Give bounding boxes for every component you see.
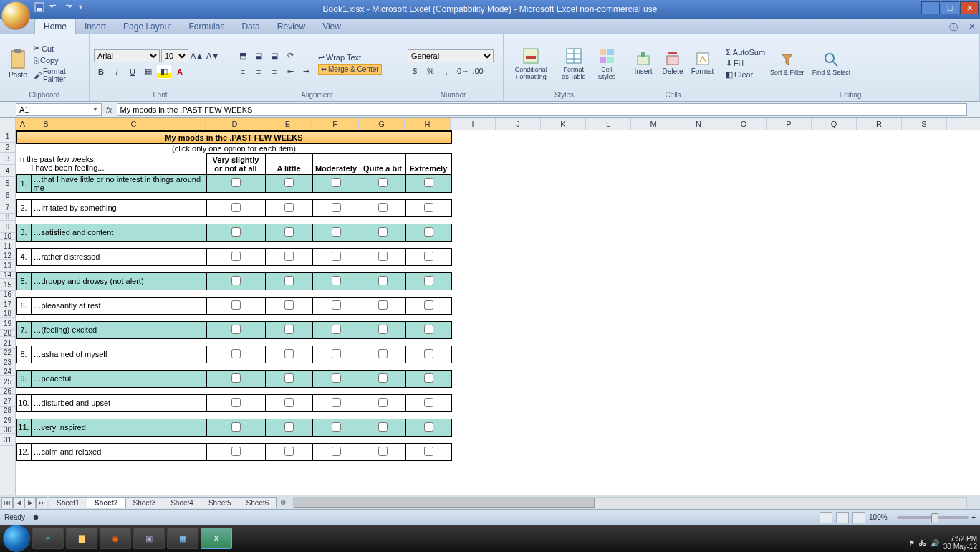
row-header-25[interactable]: 25: [0, 376, 15, 388]
response-checkbox-10-2[interactable]: [332, 398, 341, 407]
row-header-30[interactable]: 30: [0, 427, 15, 434]
tab-nav-prev[interactable]: ◀: [13, 497, 24, 508]
copy-button[interactable]: ⎘Copy: [34, 56, 85, 65]
format-cells-button[interactable]: Format: [688, 50, 716, 77]
row-header-11[interactable]: 11: [0, 240, 15, 252]
response-checkbox-3-4[interactable]: [424, 227, 433, 237]
underline-button[interactable]: U: [125, 65, 140, 79]
response-checkbox-6-3[interactable]: [378, 300, 388, 310]
start-button[interactable]: [3, 525, 30, 552]
qat-dropdown-icon[interactable]: ▼: [77, 4, 84, 11]
col-header-C[interactable]: C: [62, 118, 206, 130]
row-header-1[interactable]: 1: [0, 130, 15, 143]
cut-button[interactable]: ✂Cut: [34, 44, 85, 53]
tab-nav-first[interactable]: ⏮: [1, 497, 13, 508]
horizontal-scrollbar[interactable]: [293, 497, 967, 508]
response-checkbox-11-3[interactable]: [378, 422, 388, 432]
response-checkbox-9-1[interactable]: [284, 373, 294, 383]
row-header-3[interactable]: 3: [0, 153, 15, 165]
response-checkbox-2-1[interactable]: [284, 203, 294, 212]
response-checkbox-10-4[interactable]: [424, 398, 433, 407]
decrease-decimal-button[interactable]: .00: [471, 64, 485, 78]
row-header-10[interactable]: 10: [0, 233, 15, 240]
response-checkbox-2-3[interactable]: [378, 203, 388, 212]
response-checkbox-8-3[interactable]: [378, 349, 388, 358]
name-box-dropdown-icon[interactable]: ▼: [92, 106, 98, 113]
border-button[interactable]: ▦: [141, 65, 155, 79]
row-header-26[interactable]: 26: [0, 388, 15, 395]
zoom-slider[interactable]: [897, 516, 969, 519]
paste-button[interactable]: Paste: [4, 47, 32, 80]
taskbar-explorer[interactable]: ▇: [66, 528, 97, 549]
col-header-H[interactable]: H: [405, 118, 451, 130]
minimize-button[interactable]: –: [921, 1, 940, 14]
doc-close-icon[interactable]: ✕: [969, 22, 976, 34]
row-header-21[interactable]: 21: [0, 337, 15, 349]
response-checkbox-5-2[interactable]: [332, 276, 341, 285]
response-checkbox-7-1[interactable]: [284, 325, 294, 334]
response-checkbox-3-3[interactable]: [378, 227, 388, 237]
col-header-L[interactable]: L: [586, 118, 631, 130]
response-checkbox-8-1[interactable]: [284, 349, 294, 358]
taskbar-ie[interactable]: e: [32, 528, 64, 549]
row-header-9[interactable]: 9: [0, 221, 15, 233]
response-checkbox-12-3[interactable]: [378, 447, 388, 456]
response-checkbox-6-4[interactable]: [424, 300, 433, 310]
col-header-F[interactable]: F: [312, 118, 359, 130]
fx-icon[interactable]: fx: [106, 105, 112, 114]
col-header-N[interactable]: N: [676, 118, 721, 130]
response-checkbox-9-0[interactable]: [231, 373, 241, 383]
row-header-23[interactable]: 23: [0, 356, 15, 368]
col-header-B[interactable]: B: [30, 118, 62, 130]
formula-bar[interactable]: My moods in the .PAST FEW WEEKS: [117, 103, 967, 116]
comma-button[interactable]: ,: [439, 64, 453, 78]
row-header-19[interactable]: 19: [0, 318, 15, 330]
col-header-P[interactable]: P: [767, 118, 812, 130]
ribbon-minimize-icon[interactable]: –: [961, 22, 966, 34]
row-header-12[interactable]: 12: [0, 252, 15, 260]
align-top-button[interactable]: ⬒: [236, 49, 250, 63]
col-header-D[interactable]: D: [206, 118, 264, 130]
zoom-out-button[interactable]: –: [890, 513, 895, 521]
insert-cells-button[interactable]: Insert: [630, 50, 657, 77]
response-checkbox-10-1[interactable]: [284, 398, 294, 407]
col-header-E[interactable]: E: [264, 118, 312, 130]
align-center-button[interactable]: ≡: [251, 65, 266, 79]
tray-network-icon[interactable]: 🖧: [919, 539, 926, 547]
response-checkbox-1-0[interactable]: [231, 178, 241, 187]
row-header-7[interactable]: 7: [0, 201, 15, 214]
response-checkbox-10-0[interactable]: [231, 398, 241, 407]
hscroll-thumb[interactable]: [294, 498, 595, 508]
row-header-8[interactable]: 8: [0, 214, 15, 221]
row-header-5[interactable]: 5: [0, 177, 15, 189]
shrink-font-button[interactable]: A▼: [206, 49, 220, 63]
close-button[interactable]: ✕: [960, 1, 979, 14]
col-header-J[interactable]: J: [496, 118, 541, 130]
sheet-tab-sheet4[interactable]: Sheet4: [163, 497, 201, 508]
col-header-O[interactable]: O: [721, 118, 767, 130]
clear-button[interactable]: ◧Clear: [726, 70, 765, 80]
find-select-button[interactable]: Find & Select: [810, 50, 854, 77]
response-checkbox-4-3[interactable]: [378, 252, 388, 261]
name-box[interactable]: A1 ▼: [16, 103, 102, 116]
tray-flag-icon[interactable]: ⚑: [908, 539, 915, 547]
help-icon[interactable]: ⓘ: [949, 22, 958, 34]
response-checkbox-2-4[interactable]: [424, 203, 433, 212]
cell-styles-button[interactable]: Cell Styles: [593, 46, 620, 82]
response-checkbox-11-4[interactable]: [424, 422, 433, 432]
response-checkbox-5-1[interactable]: [284, 276, 294, 285]
sheet-tab-sheet5[interactable]: Sheet5: [201, 497, 239, 508]
response-checkbox-2-2[interactable]: [332, 203, 341, 212]
col-header-Q[interactable]: Q: [812, 118, 857, 130]
merge-center-button[interactable]: ⬌Merge & Center: [318, 64, 382, 75]
format-as-table-button[interactable]: Format as Table: [557, 46, 591, 82]
save-icon[interactable]: [34, 2, 44, 12]
sheet-tab-sheet2[interactable]: Sheet2: [87, 497, 126, 508]
select-all-corner[interactable]: [0, 118, 16, 130]
fill-button[interactable]: ⬇Fill: [726, 59, 765, 68]
tab-formulas[interactable]: Formulas: [180, 19, 233, 34]
tab-nav-last[interactable]: ⏭: [36, 497, 47, 508]
row-header-28[interactable]: 28: [0, 407, 15, 414]
zoom-in-button[interactable]: +: [971, 513, 976, 521]
grow-font-button[interactable]: A▲: [190, 49, 204, 63]
